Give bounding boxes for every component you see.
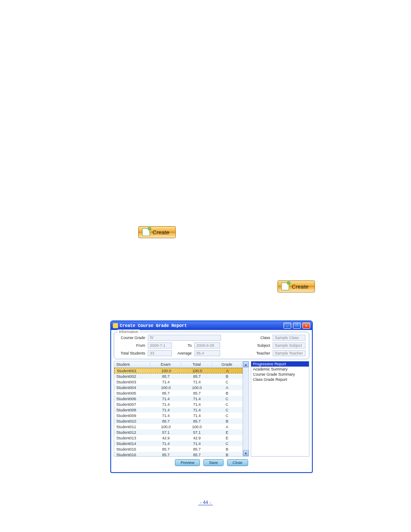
minimize-button[interactable]: _ — [283, 323, 291, 329]
scroll-down-button[interactable]: ▼ — [243, 450, 249, 456]
create-course-grade-report-dialog: Create Course Grade Report _ □ ✕ Informa… — [110, 320, 313, 473]
cell-grade: C — [212, 408, 242, 412]
information-legend: Information — [118, 330, 140, 334]
cell-grade: A — [212, 386, 242, 390]
report-list-item[interactable]: Academic Summary — [251, 367, 309, 372]
cell-grade: B — [212, 419, 242, 423]
table-row[interactable]: Student01585.785.7B — [114, 446, 243, 452]
col-exam-header[interactable]: Exam — [150, 362, 181, 367]
reports-list[interactable]: Progressive ReportAcademic SummaryCourse… — [251, 361, 309, 457]
report-list-item[interactable]: Class Grade Report — [251, 377, 309, 382]
cell-total: 71.4 — [181, 380, 212, 384]
new-document-icon — [142, 228, 150, 236]
cell-exam: 85.7 — [150, 447, 181, 451]
cell-total: 85.7 — [181, 419, 212, 423]
dialog-titlebar[interactable]: Create Course Grade Report _ □ ✕ — [111, 321, 312, 330]
report-list-item[interactable]: Course Grade Summary — [251, 372, 309, 377]
cell-student: Student002 — [114, 374, 150, 379]
close-dialog-button[interactable]: Close — [227, 459, 248, 466]
table-row[interactable]: Student01085.785.7B — [114, 418, 243, 424]
cell-total: 85.7 — [181, 391, 212, 395]
grades-header: Student Exam Total Grade — [114, 361, 243, 368]
table-row[interactable]: Student004100.0100.0A — [114, 385, 243, 390]
cell-student: Student006 — [114, 397, 150, 401]
create-button[interactable]: Create — [138, 226, 176, 238]
to-field: 2009-9-28 — [194, 342, 220, 348]
average-field: 85.4 — [194, 350, 220, 356]
col-total-header[interactable]: Total — [181, 362, 212, 367]
cell-student: Student003 — [114, 380, 150, 384]
cell-student: Student007 — [114, 402, 150, 407]
table-row[interactable]: Student00585.785.7B — [114, 390, 243, 396]
table-row[interactable]: Student01471.471.4C — [114, 441, 243, 446]
cell-exam: 85.7 — [150, 391, 181, 395]
table-row[interactable]: Student001100.0100.0A — [114, 368, 243, 373]
page-number: - 44 - — [198, 500, 213, 505]
table-row[interactable]: Student01257.157.1E — [114, 429, 243, 435]
cell-exam: 71.4 — [150, 402, 181, 407]
cell-student: Student016 — [114, 453, 150, 457]
cell-student: Student012 — [114, 430, 150, 435]
report-list-item[interactable]: Progressive Report — [251, 361, 309, 367]
table-row[interactable]: Student00771.471.4C — [114, 401, 243, 407]
table-row[interactable]: Student00371.471.4C — [114, 379, 243, 385]
cell-total: 71.4 — [181, 442, 212, 446]
cell-total: 42.9 — [181, 436, 212, 440]
cell-student: Student014 — [114, 442, 150, 446]
table-row[interactable]: Student00285.785.7B — [114, 373, 243, 379]
save-button[interactable]: Save — [203, 459, 224, 466]
cell-total: 57.1 — [181, 430, 212, 435]
col-grade-header[interactable]: Grade — [212, 362, 242, 367]
cell-grade: B — [212, 453, 242, 457]
table-row[interactable]: Student00871.471.4C — [114, 407, 243, 413]
teacher-field: Sample Teacher — [273, 350, 305, 356]
table-row[interactable]: Student011100.0100.0A — [114, 424, 243, 429]
cell-total: 100.0 — [181, 425, 212, 429]
cell-exam: 71.4 — [150, 408, 181, 412]
cell-student: Student005 — [114, 391, 150, 395]
cell-grade: B — [212, 374, 242, 379]
table-row[interactable]: Student00671.471.4C — [114, 396, 243, 401]
cell-total: 71.4 — [181, 402, 212, 407]
close-button[interactable]: ✕ — [302, 323, 310, 329]
class-label: Class — [252, 336, 270, 340]
cell-student: Student001 — [115, 369, 151, 373]
cell-exam: 71.4 — [150, 380, 181, 384]
cell-exam: 85.7 — [150, 453, 181, 457]
create-button[interactable]: Create — [277, 280, 315, 292]
cell-grade: C — [212, 380, 242, 384]
table-row[interactable]: Student00971.471.4C — [114, 413, 243, 418]
preview-button[interactable]: Preview — [175, 459, 200, 466]
teacher-label: Teacher — [252, 351, 270, 355]
col-student-header[interactable]: Student — [114, 362, 150, 367]
new-document-icon — [281, 283, 289, 290]
cell-exam: 100.0 — [150, 425, 181, 429]
cell-total: 85.7 — [181, 453, 212, 457]
cell-grade: C — [212, 402, 242, 407]
cell-grade: A — [213, 369, 242, 373]
cell-student: Student011 — [114, 425, 150, 429]
cell-exam: 71.4 — [150, 414, 181, 418]
cell-exam: 71.4 — [150, 442, 181, 446]
cell-student: Student010 — [114, 419, 150, 423]
dialog-title: Create Course Grade Report — [120, 324, 187, 328]
from-label: From — [118, 343, 145, 348]
cell-exam: 42.9 — [150, 436, 181, 440]
cell-grade: B — [212, 447, 242, 451]
cell-total: 71.4 — [181, 414, 212, 418]
cell-exam: 85.7 — [150, 419, 181, 423]
maximize-button[interactable]: □ — [293, 323, 301, 329]
cell-grade: C — [212, 397, 242, 401]
table-row[interactable]: Student01342.942.9E — [114, 435, 243, 441]
vertical-scrollbar[interactable]: ▲ ▼ — [243, 361, 249, 456]
table-row[interactable]: Student01685.785.7B — [114, 452, 243, 456]
dialog-title-icon — [113, 323, 118, 328]
cell-total: 100.0 — [182, 369, 213, 373]
scroll-up-button[interactable]: ▲ — [243, 361, 249, 367]
scroll-track[interactable] — [243, 367, 249, 450]
grades-table-panel: Student Exam Total Grade Student001100.0… — [114, 361, 249, 457]
cell-exam: 100.0 — [150, 386, 181, 390]
grades-table[interactable]: Student Exam Total Grade Student001100.0… — [114, 361, 243, 456]
cell-exam: 100.0 — [151, 369, 182, 373]
to-label: To — [174, 343, 192, 348]
